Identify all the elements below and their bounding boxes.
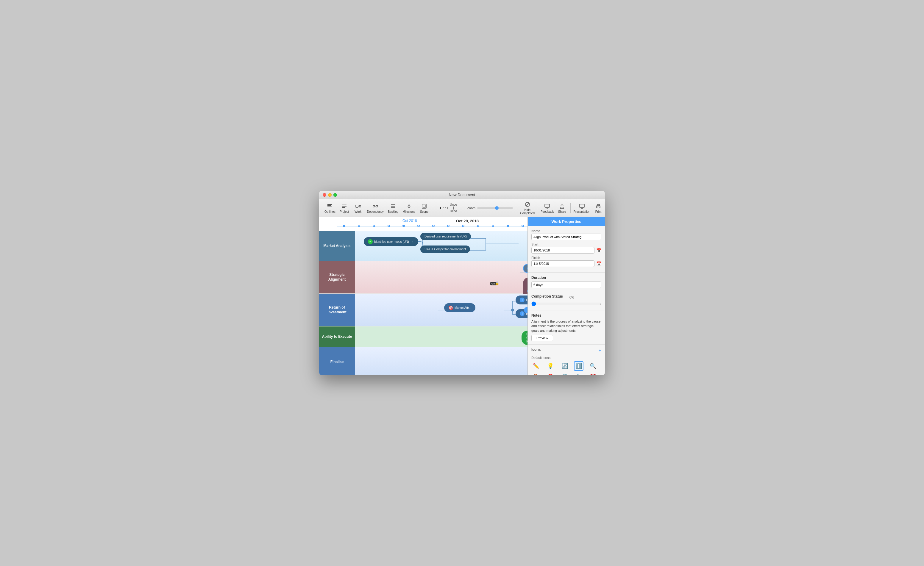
derived-ur-text: Derived user requirements (UR) bbox=[424, 235, 467, 238]
direct-revenue-text: Direct Revenue Opportunity bbox=[526, 298, 528, 302]
start-row: 10/31/2018 📅 bbox=[531, 247, 602, 253]
toolbar: Outlines Project Work Dependency bbox=[319, 199, 605, 217]
icon-lightbulb[interactable]: 💡 bbox=[546, 361, 555, 371]
svg-rect-6 bbox=[342, 207, 345, 208]
print-button[interactable]: Print bbox=[592, 202, 605, 214]
start-calendar-icon[interactable]: 📅 bbox=[596, 248, 602, 253]
info-icon-1: i bbox=[527, 266, 528, 271]
start-field: Start 10/31/2018 📅 bbox=[531, 243, 602, 253]
icon-target[interactable]: 🎯 bbox=[546, 372, 555, 375]
indirect-info-icon: i bbox=[520, 311, 525, 316]
presentation-button[interactable]: Presentation bbox=[573, 202, 591, 214]
duration-input[interactable]: 6 days bbox=[531, 282, 602, 288]
roi-content: 🎯 Market Attr... i Direct Revenue Opport… bbox=[355, 294, 528, 326]
duration-title: Duration bbox=[531, 276, 602, 280]
identified-user-needs-node[interactable]: Identified user needs (UN) ✓ bbox=[364, 237, 418, 246]
icons-title: Icons bbox=[531, 347, 541, 352]
feedback-label: Feedback bbox=[541, 210, 554, 213]
icons-add-button[interactable]: + bbox=[598, 348, 602, 353]
milestone-button[interactable]: Milestone bbox=[400, 202, 417, 214]
work-label: Work bbox=[354, 210, 362, 213]
completion-slider[interactable] bbox=[531, 301, 602, 306]
zoom-group: Zoom bbox=[465, 206, 515, 210]
market-attr-node[interactable]: 🎯 Market Attr... bbox=[444, 303, 476, 312]
unique-capability-node[interactable]: Unique Capability Required? → bbox=[522, 331, 528, 345]
name-section: Name Align Product with Stated Strateg S… bbox=[528, 226, 605, 273]
icon-clock-red[interactable]: ⏰ bbox=[588, 372, 598, 375]
unique-capability-text: Unique Capability Required? bbox=[526, 332, 528, 343]
work-icon bbox=[354, 203, 362, 210]
icon-refresh[interactable]: 🔄 bbox=[560, 361, 570, 371]
svg-rect-0 bbox=[327, 204, 332, 205]
market-analysis-label: Market Analysis bbox=[319, 231, 355, 261]
toolbar-right-group: Hide Completed Feedback Share Presentati bbox=[516, 200, 605, 216]
dependency-button[interactable]: Dependency bbox=[365, 202, 386, 214]
toolbar-left-group: Outlines Project Work Dependency bbox=[321, 202, 432, 214]
print-label: Print bbox=[596, 210, 602, 213]
outlines-icon bbox=[326, 203, 333, 210]
undo-redo-button[interactable]: ↩↪ Undo | Redo bbox=[438, 202, 459, 213]
swot-text: SWOT Competitor environment bbox=[424, 248, 466, 251]
finish-input[interactable]: 11/ 5/2018 bbox=[531, 261, 594, 267]
svg-rect-18 bbox=[422, 204, 426, 208]
undo-redo-label: Undo | Redo bbox=[450, 203, 457, 213]
name-label: Name bbox=[531, 229, 602, 233]
maximize-button[interactable] bbox=[333, 193, 337, 197]
execute-connectors bbox=[355, 326, 528, 350]
hide-completed-button[interactable]: Hide Completed bbox=[516, 200, 539, 216]
outlines-label: Outlines bbox=[324, 210, 336, 213]
finish-value: 11/ 5/2018 bbox=[534, 262, 549, 265]
direct-revenue-node[interactable]: i Direct Revenue Opportunity bbox=[516, 295, 528, 304]
icon-house[interactable]: 🏠 bbox=[531, 372, 541, 375]
backlog-button[interactable]: Backlog bbox=[386, 202, 400, 214]
completion-value: 0% bbox=[565, 295, 574, 299]
undo-redo-group: ↩↪ Undo | Redo bbox=[435, 202, 461, 213]
project-button[interactable]: Project bbox=[338, 202, 351, 214]
preview-button[interactable]: Preview bbox=[531, 335, 553, 341]
icon-pencil[interactable]: ✏️ bbox=[531, 361, 541, 371]
roi-label: Return of Investment bbox=[319, 294, 355, 326]
finish-calendar-icon[interactable]: 📅 bbox=[596, 261, 602, 266]
strategic-alignment-row: Strategic Alignment 0% 🔒 bbox=[319, 261, 528, 294]
roi-row: Return of Investment bbox=[319, 294, 528, 326]
zoom-slider[interactable] bbox=[477, 207, 513, 209]
strategic-alignment-content: 0% 🔒 i Align Product with Stated Strateg… bbox=[355, 261, 528, 293]
name-value: Align Product with Stated Strateg bbox=[534, 235, 581, 239]
swot-node[interactable]: SWOT Competitor environment bbox=[420, 246, 470, 253]
icon-wrench[interactable]: 🔧 bbox=[574, 372, 584, 375]
milestone-label: Milestone bbox=[402, 210, 415, 213]
feedback-button[interactable]: Feedback bbox=[539, 202, 555, 214]
notes-section: Notes Alignment is the process of analyz… bbox=[528, 310, 605, 344]
svg-rect-22 bbox=[545, 204, 549, 207]
start-input[interactable]: 10/31/2018 bbox=[531, 247, 594, 253]
svg-rect-15 bbox=[391, 206, 395, 207]
right-panel: Work Properties Name Align Product with … bbox=[528, 217, 605, 375]
completion-title: Completion Status bbox=[531, 294, 563, 298]
strategic-alignment-label: Strategic Alignment bbox=[319, 261, 355, 293]
duration-section: Duration 6 days bbox=[528, 273, 605, 291]
share-button[interactable]: Share bbox=[555, 202, 568, 214]
svg-rect-19 bbox=[423, 205, 425, 207]
outlines-button[interactable]: Outlines bbox=[322, 202, 337, 214]
name-input[interactable]: Align Product with Stated Strateg bbox=[531, 234, 602, 240]
gantt-area: Oct 2018 Oct 28, 2018 bbox=[319, 217, 528, 375]
icon-search[interactable]: 🔍 bbox=[588, 361, 598, 371]
minimize-button[interactable] bbox=[328, 193, 332, 197]
notes-text: Alignment is the process of analyzing th… bbox=[531, 319, 602, 333]
work-button[interactable]: Work bbox=[351, 202, 364, 214]
scope-button[interactable]: Scope bbox=[418, 202, 431, 214]
finalise-content bbox=[355, 347, 528, 375]
close-button[interactable] bbox=[322, 193, 326, 197]
timeline-current-date: Oct 28, 2018 bbox=[456, 219, 478, 223]
derived-user-req-node[interactable]: Derived user requirements (UR) bbox=[420, 233, 471, 240]
market-analysis-content: Identified user needs (UN) ✓ Derived use… bbox=[355, 231, 528, 261]
finish-label: Finish bbox=[531, 256, 602, 259]
backlog-icon bbox=[390, 203, 397, 210]
finish-field: Finish 11/ 5/2018 📅 bbox=[531, 256, 602, 267]
execute-content: Unique Capability Required? → bbox=[355, 326, 528, 350]
align-product-node[interactable]: i Align Product with Stated Strategy bbox=[523, 264, 528, 273]
dependency-icon bbox=[372, 203, 379, 210]
icon-info[interactable]: ℹ️ bbox=[574, 361, 584, 371]
svg-rect-5 bbox=[342, 206, 346, 207]
icon-tools[interactable]: ⚒️ bbox=[560, 372, 570, 375]
